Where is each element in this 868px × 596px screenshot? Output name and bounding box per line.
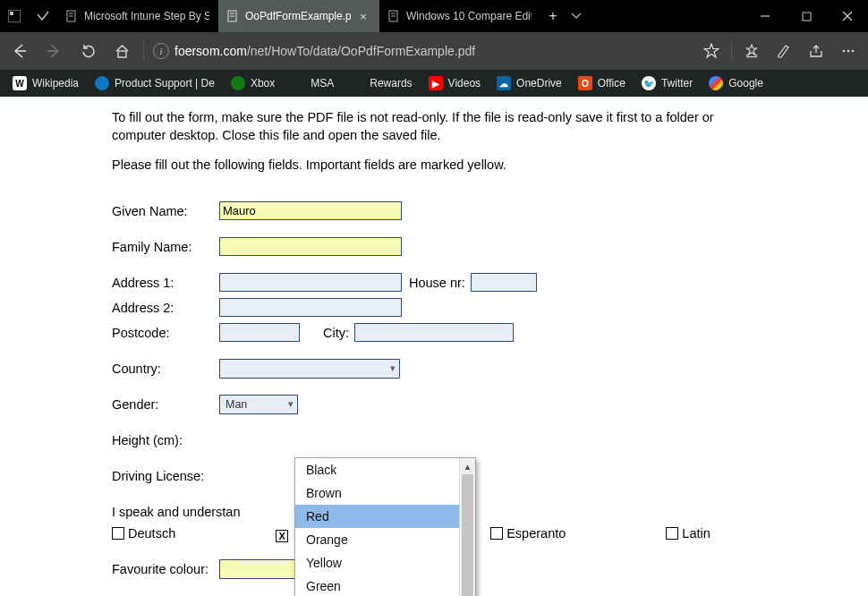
- favorites-list-icon[interactable]: [736, 35, 768, 67]
- bookmark-videos[interactable]: ▶Videos: [421, 70, 488, 97]
- given-name-field[interactable]: [219, 201, 402, 220]
- svg-marker-18: [704, 44, 719, 57]
- label-family-name: Family Name:: [112, 240, 219, 254]
- label-country: Country:: [112, 362, 219, 376]
- checkbox-icon[interactable]: [666, 527, 678, 540]
- show-tab-previews-icon[interactable]: [29, 0, 57, 32]
- close-button[interactable]: [827, 0, 868, 32]
- address2-field[interactable]: [219, 298, 402, 317]
- label-city: City:: [323, 326, 349, 340]
- scroll-up-icon[interactable]: ▲: [460, 458, 475, 474]
- bookmark-office[interactable]: OOffice: [571, 70, 633, 97]
- nav-bar: i foersom.com/net/HowTo/data/OoPdfFormEx…: [0, 32, 868, 70]
- language-label: Latin: [682, 526, 710, 541]
- tab-2[interactable]: Windows 10 Compare Editio: [379, 0, 540, 32]
- checkbox-icon[interactable]: [112, 527, 124, 540]
- scroll-track[interactable]: [460, 474, 475, 596]
- share-icon[interactable]: [800, 35, 832, 67]
- od-icon: ☁: [497, 76, 511, 90]
- chevron-down-icon: ▾: [390, 362, 396, 374]
- home-button[interactable]: [106, 35, 138, 67]
- gender-value: Man: [226, 398, 247, 411]
- label-given-name: Given Name:: [112, 204, 219, 218]
- tab-title: Windows 10 Compare Editio: [406, 10, 532, 22]
- address1-field[interactable]: [219, 273, 402, 292]
- maximize-button[interactable]: [786, 0, 827, 32]
- colour-option-brown[interactable]: Brown: [295, 481, 459, 505]
- back-button[interactable]: [4, 35, 36, 67]
- label-address1: Address 1:: [112, 276, 219, 290]
- language-option[interactable]: X: [276, 526, 292, 541]
- checkbox-icon[interactable]: [490, 527, 503, 540]
- colour-option-orange[interactable]: Orange: [295, 528, 459, 551]
- tab-title: OoPdfFormExample.pdf: [245, 10, 351, 22]
- msa-icon: [350, 76, 364, 90]
- bookmark-wikipedia[interactable]: WWikipedia: [5, 70, 86, 97]
- new-tab-button[interactable]: +: [540, 0, 566, 32]
- language-option[interactable]: Esperanto: [490, 525, 566, 541]
- label-height: Height (cm):: [112, 433, 219, 447]
- close-icon[interactable]: ×: [356, 10, 370, 23]
- svg-rect-1: [10, 12, 13, 15]
- bookmark-label: Office: [598, 77, 625, 89]
- bookmark-product-support-de[interactable]: Product Support | De: [88, 70, 222, 97]
- url-text: foersom.com/net/HowTo/data/OoPdfFormExam…: [174, 44, 475, 58]
- language-option[interactable]: Latin: [666, 525, 710, 541]
- set-aside-tabs-icon[interactable]: [0, 0, 29, 32]
- intro-text-1: To fill out the form, make sure the PDF …: [112, 109, 756, 144]
- go-icon: [709, 76, 723, 90]
- refresh-button[interactable]: [72, 35, 104, 67]
- address-bar[interactable]: i foersom.com/net/HowTo/data/OoPdfFormEx…: [149, 43, 694, 59]
- gender-dropdown[interactable]: Man ▾: [219, 395, 298, 414]
- page-icon: [387, 9, 401, 23]
- dell-icon: [95, 76, 109, 90]
- colour-option-red[interactable]: Red: [295, 505, 459, 528]
- site-info-icon[interactable]: i: [153, 43, 169, 59]
- label-fav-colour: Favourite colour:: [112, 562, 219, 576]
- bookmark-label: Wikipedia: [32, 77, 79, 89]
- intro-text-2: Please fill out the following fields. Im…: [112, 157, 756, 175]
- forward-button[interactable]: [38, 35, 70, 67]
- bookmark-google[interactable]: Google: [702, 70, 770, 97]
- scroll-thumb[interactable]: [462, 474, 473, 596]
- bookmark-label: Rewards: [370, 77, 412, 89]
- bookmark-twitter[interactable]: 🐦Twitter: [634, 70, 700, 97]
- colour-option-black[interactable]: Black: [295, 458, 459, 481]
- bookmark-rewards[interactable]: Rewards: [343, 70, 419, 97]
- family-name-field[interactable]: [219, 237, 402, 256]
- bookmarks-bar: WWikipediaProduct Support | DeXboxMSARew…: [0, 70, 868, 97]
- bookmark-label: MSA: [311, 77, 334, 89]
- bookmark-msa[interactable]: MSA: [284, 70, 341, 97]
- title-bar: Microsoft Intune Step By Ste OoPdfFormEx…: [0, 0, 868, 32]
- favorite-star-icon[interactable]: [695, 35, 728, 67]
- bookmark-label: Xbox: [251, 77, 275, 89]
- country-dropdown[interactable]: ▾: [219, 359, 400, 379]
- svg-marker-19: [747, 45, 757, 55]
- checkbox-icon[interactable]: X: [276, 530, 288, 542]
- tab-overflow-icon[interactable]: [566, 0, 587, 32]
- content-area[interactable]: To fill out the form, make sure the PDF …: [0, 97, 868, 596]
- language-option[interactable]: Deutsch: [112, 525, 175, 541]
- bookmark-onedrive[interactable]: ☁OneDrive: [489, 70, 569, 97]
- minimize-button[interactable]: [745, 0, 786, 32]
- bookmark-label: OneDrive: [516, 77, 562, 89]
- colour-dropdown-list[interactable]: BlackBrownRedOrangeYellowGreenBlueViolet…: [294, 457, 476, 596]
- tab-1[interactable]: OoPdfFormExample.pdf ×: [218, 0, 379, 32]
- window-controls: [745, 0, 868, 32]
- more-icon[interactable]: [832, 35, 864, 67]
- svg-point-26: [852, 50, 855, 53]
- notes-icon[interactable]: [768, 35, 800, 67]
- city-field[interactable]: [354, 323, 514, 342]
- colour-option-green[interactable]: Green: [295, 575, 459, 596]
- label-house-nr: House nr:: [409, 276, 465, 290]
- label-address2: Address 2:: [112, 301, 219, 315]
- yt-icon: ▶: [429, 76, 443, 90]
- postcode-field[interactable]: [219, 323, 300, 342]
- bookmark-xbox[interactable]: Xbox: [224, 70, 282, 97]
- tab-0[interactable]: Microsoft Intune Step By Ste: [57, 0, 218, 32]
- colour-option-yellow[interactable]: Yellow: [295, 551, 459, 575]
- dropdown-scrollbar[interactable]: ▲ ▼: [459, 458, 475, 596]
- house-nr-field[interactable]: [471, 273, 537, 292]
- tab-strip: Microsoft Intune Step By Ste OoPdfFormEx…: [57, 0, 745, 32]
- bookmark-label: Google: [728, 77, 763, 89]
